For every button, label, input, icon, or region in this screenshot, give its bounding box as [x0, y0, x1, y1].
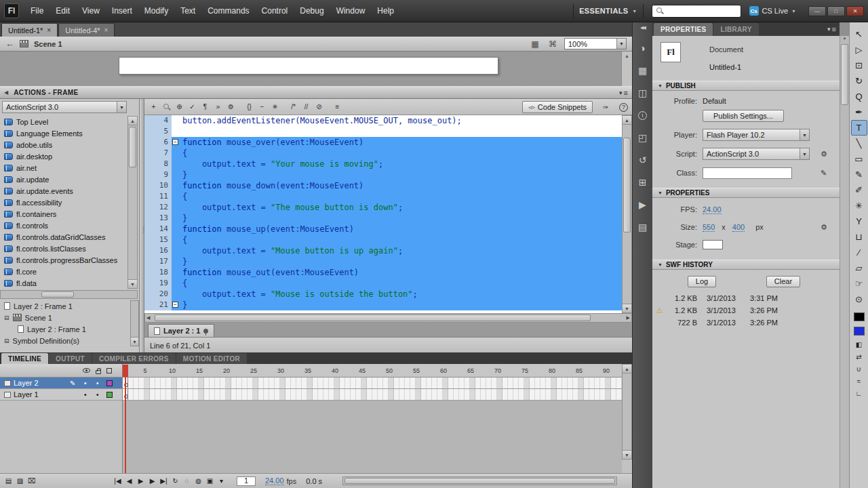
section-collapse-icon[interactable]: ▼	[658, 190, 663, 195]
code-line[interactable]: 19{	[144, 278, 622, 289]
expand-all-icon[interactable]: ✳	[269, 101, 281, 113]
eraser-tool[interactable]: ▱	[851, 260, 867, 276]
timeline-scrollbar[interactable]: ▲ ▼	[622, 364, 632, 460]
document-tab[interactable]: Untitled-1*×	[1, 23, 58, 37]
step-back-icon[interactable]: ◀	[123, 476, 135, 487]
outline-all-layers-icon[interactable]	[106, 368, 112, 373]
scroll-up-icon[interactable]: ▲	[623, 116, 631, 125]
tree-horizontal-scrollbar[interactable]	[0, 290, 138, 299]
stage-scrollbar[interactable]: ▲	[621, 52, 632, 86]
wrench-icon[interactable]: ⚙	[821, 223, 827, 232]
frames-area[interactable]: 51015202530354045505560657075808590	[123, 364, 622, 473]
properties-section-header[interactable]: ▼PROPERTIES	[652, 188, 840, 198]
panel-menu-icon[interactable]: ▾≡	[827, 25, 836, 33]
edit-multiple-frames-icon[interactable]: ▣	[204, 476, 216, 487]
dock-icon-color[interactable]: ◑	[636, 41, 650, 55]
delete-layer-icon[interactable]: ⌧	[26, 476, 37, 487]
scroll-up-icon[interactable]: ▲	[623, 365, 631, 373]
smooth-icon[interactable]: ≈	[851, 375, 867, 387]
library-tree-item[interactable]: fl.containers	[0, 208, 127, 220]
panel-menu-icon[interactable]: ▾≡	[619, 89, 628, 97]
library-tree-item[interactable]: fl.data	[0, 277, 127, 289]
navigator-scrollbar[interactable]: ▼	[130, 300, 139, 346]
code-line[interactable]: 12 output.text = "The mouse button is do…	[144, 202, 622, 213]
library-tree-item[interactable]: air.desktop	[0, 150, 127, 162]
code-line[interactable]: 5	[144, 126, 622, 137]
debug-options-icon[interactable]: ⚙	[224, 101, 237, 113]
onion-skin-icon[interactable]: ◌	[181, 476, 193, 487]
scrollbar-thumb[interactable]	[41, 291, 74, 298]
script-select[interactable]: ActionScript 3.0▼	[703, 148, 810, 160]
library-tree-item[interactable]: fl.controls.progressBarClasses	[0, 254, 127, 266]
actions-panel-header[interactable]: ◀ ACTIONS - FRAME ▾≡	[0, 87, 632, 99]
script-navigator-scene[interactable]: ⊟Scene 1	[0, 312, 130, 323]
layer-row[interactable]: Layer 2✎••	[0, 378, 122, 389]
code-line[interactable]: 18function mouse_out(event:MouseEvent)	[144, 267, 622, 278]
stage[interactable]	[119, 57, 498, 75]
current-frame-field[interactable]: 1	[237, 476, 256, 486]
eyedropper-tool[interactable]: ∕	[851, 245, 867, 260]
section-collapse-icon[interactable]: ▼	[658, 83, 663, 88]
stage-color-swatch[interactable]	[703, 240, 723, 249]
document-tab[interactable]: Untitled-4*×	[58, 23, 115, 37]
minimize-button[interactable]: —	[808, 6, 826, 16]
new-layer-icon[interactable]: ▤	[3, 476, 14, 487]
menu-edit[interactable]: Edit	[50, 3, 76, 18]
workspace-switcher[interactable]: ESSENTIALS▼	[573, 4, 643, 18]
back-arrow-icon[interactable]: ←	[5, 39, 14, 49]
modify-markers-icon[interactable]: ▾	[216, 476, 227, 487]
find-icon[interactable]	[160, 101, 173, 113]
layer-row[interactable]: Layer 1••	[0, 389, 122, 401]
scrollbar-thumb[interactable]	[344, 478, 615, 484]
code-line[interactable]: 4button.addEventListener(MouseEvent.MOUS…	[144, 115, 622, 126]
go-to-last-frame-icon[interactable]: ▶|	[158, 476, 170, 487]
library-tree-item[interactable]: fl.controls	[0, 220, 127, 231]
swap-colors-icon[interactable]: ⇄	[851, 350, 867, 363]
script-tab[interactable]: Layer 2 : 1	[148, 324, 214, 337]
collapse-between-braces-icon[interactable]: {}	[243, 101, 256, 113]
pane-splitter[interactable]	[140, 99, 144, 352]
section-collapse-icon[interactable]: ▼	[658, 262, 663, 267]
new-folder-icon[interactable]: ▨	[14, 476, 26, 487]
stage-width-value[interactable]: 550	[703, 223, 715, 232]
layer-lock-dot[interactable]: •	[96, 391, 99, 399]
player-select[interactable]: Flash Player 10.2▼	[703, 129, 810, 141]
play-icon[interactable]: ▶	[135, 476, 146, 487]
library-tree-item[interactable]: Top Level	[0, 116, 127, 127]
layer-outline-color-swatch[interactable]	[106, 380, 113, 386]
remove-comment-icon[interactable]: ⊘	[313, 101, 326, 113]
pin-icon[interactable]	[203, 329, 208, 333]
snap-to-objects-icon[interactable]: ∪	[851, 363, 867, 375]
scroll-down-icon[interactable]: ▼	[623, 450, 631, 459]
scroll-down-icon[interactable]: ▼	[623, 304, 631, 312]
code-snippets-button[interactable]: </>Code Snippets	[522, 101, 593, 113]
scroll-down-icon[interactable]: ▼	[131, 337, 138, 346]
subselection-tool[interactable]: ▷	[851, 42, 867, 58]
collapse-panel-icon[interactable]: ◀	[4, 89, 8, 96]
bone-tool[interactable]: Y	[851, 214, 867, 229]
scrollbar-thumb[interactable]	[129, 127, 136, 167]
code-line[interactable]: 6−function mouse_over(event:MouseEvent)	[144, 137, 622, 148]
code-line[interactable]: 16 output.text = "Mouse button is up aga…	[144, 245, 622, 256]
menu-help[interactable]: Help	[371, 3, 400, 18]
layer-frames-row[interactable]	[123, 389, 622, 401]
scrollbar-thumb[interactable]	[841, 44, 848, 105]
publish-section-header[interactable]: ▼PUBLISH	[652, 81, 840, 91]
pen-tool[interactable]: ✒	[851, 104, 867, 120]
scroll-down-icon[interactable]: ▼	[128, 279, 137, 288]
library-tree-item[interactable]: fl.accessibility	[0, 197, 127, 208]
tab-close-icon[interactable]: ×	[47, 26, 51, 34]
library-tree-item[interactable]: fl.core	[0, 266, 127, 277]
insert-target-path-icon[interactable]: ⊕	[173, 101, 186, 113]
menu-file[interactable]: File	[24, 3, 50, 18]
paint-bucket-tool[interactable]: ⊔	[851, 229, 867, 245]
help-icon[interactable]: ?	[619, 103, 628, 112]
lasso-tool[interactable]: Q	[851, 89, 867, 104]
layer-lock-dot[interactable]: •	[96, 380, 99, 387]
lock-all-layers-icon[interactable]	[96, 370, 101, 374]
edit-symbols-icon[interactable]: ⌘	[547, 39, 559, 49]
panel-tab-library[interactable]: LIBRARY	[713, 23, 758, 36]
zoom-select[interactable]: 100%▼	[564, 38, 627, 49]
tree-expander-icon[interactable]: ⊟	[4, 314, 9, 321]
show-toolbox-icon[interactable]: ≡	[331, 101, 344, 113]
